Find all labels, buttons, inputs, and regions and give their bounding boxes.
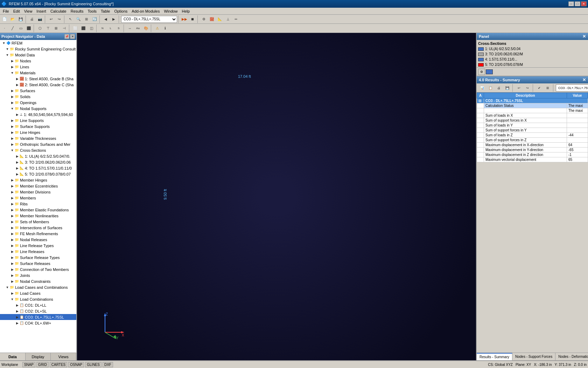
- expand-nodes[interactable]: ▶: [10, 59, 15, 63]
- menu-options[interactable]: Options: [112, 8, 130, 14]
- tree-item-cs3[interactable]: ▶📐3: TO 2/2/0.062/0.062/0.06: [0, 159, 76, 165]
- expand-mat2[interactable]: ▶: [15, 82, 20, 87]
- res-tab-deformations[interactable]: Nodes - Deformations: [555, 353, 588, 360]
- tree-item-mat1[interactable]: ▶🧱1: Steel A500, Grade B (Sha: [0, 76, 76, 82]
- expand-line-release-types[interactable]: ▶: [10, 243, 15, 248]
- res-tb-btn8[interactable]: ⊞: [544, 84, 552, 92]
- warning-btn[interactable]: ⚠: [153, 25, 161, 32]
- render-trans-btn[interactable]: ◫: [88, 25, 95, 32]
- expand-intersections[interactable]: ▶: [10, 225, 15, 230]
- results-combo[interactable]: CO3 - DL+.75LL+.75SL: [556, 84, 588, 91]
- render-solid-btn[interactable]: ⬛: [79, 25, 87, 32]
- cs-item-cs5[interactable]: 5: TO 2/2/0.078/0.078/M: [477, 62, 588, 67]
- expand-fe-mesh[interactable]: ▶: [10, 231, 15, 236]
- expand-load-cases[interactable]: ▶: [10, 291, 15, 296]
- expand-line-hinges[interactable]: ▶: [10, 130, 15, 135]
- menu-table[interactable]: Table: [99, 8, 112, 14]
- label-btn[interactable]: Aa: [134, 25, 142, 32]
- expand-co2[interactable]: ▶: [15, 309, 20, 314]
- expand-joints[interactable]: ▶: [10, 273, 15, 278]
- screenshot-btn[interactable]: 📷: [36, 15, 44, 23]
- expand-surface-supports[interactable]: ▶: [10, 124, 15, 129]
- tree-item-orthotropic[interactable]: ▶📁Orthotropic Surfaces and Mer: [0, 141, 76, 147]
- res-tb-btn7[interactable]: ✔: [536, 84, 543, 92]
- expand-member-eccentricities[interactable]: ▶: [10, 184, 15, 189]
- tree-item-sets-of-members[interactable]: ▶📁Sets of Members: [0, 219, 76, 225]
- tree-item-members[interactable]: ▶📁Members: [0, 195, 76, 201]
- show-nodes-btn[interactable]: N: [99, 25, 106, 32]
- combo-loadcase[interactable]: CO3 - DL+.75LL+.75SL: [121, 16, 177, 23]
- cs-settings-btn[interactable]: ⚙: [478, 69, 485, 75]
- cs-color-btn[interactable]: [486, 69, 493, 74]
- res-tab-support-forces[interactable]: Nodes - Support Forces: [512, 353, 555, 360]
- nav-tab-data[interactable]: Data: [0, 353, 26, 360]
- tree-item-surface-release-types[interactable]: ▶📁Surface Release Types: [0, 254, 76, 260]
- open-btn[interactable]: 📂: [9, 15, 16, 23]
- res-tb-btn4[interactable]: 💾: [503, 84, 511, 92]
- res-tb-btn3[interactable]: 🖨: [495, 84, 503, 92]
- tree-item-nodal-sup-1[interactable]: ▶⊥1: 48,50,540,564,579,594,60: [0, 111, 76, 117]
- tree-item-variable-thicknesses[interactable]: ▶📁Variable Thicknesses: [0, 135, 76, 141]
- tree-item-materials[interactable]: ▼📁Materials: [0, 70, 76, 76]
- expand-nodal-constraints[interactable]: ▶: [10, 279, 15, 284]
- show-surfaces-btn[interactable]: S: [115, 25, 122, 32]
- expand-member-divisions[interactable]: ▶: [10, 190, 15, 195]
- expand-co1[interactable]: ▶: [15, 303, 20, 308]
- tree-item-member-hinges[interactable]: ▶📁Member Hinges: [0, 177, 76, 183]
- tree-item-line-release-types[interactable]: ▶📁Line Release Types: [0, 243, 76, 248]
- expand-members[interactable]: ▶: [10, 196, 15, 200]
- new-btn[interactable]: 📄: [1, 15, 8, 23]
- res-tb-btn1[interactable]: 📊: [478, 84, 486, 92]
- status-dxf[interactable]: DXF: [103, 362, 113, 367]
- expand-rfem[interactable]: ▼: [1, 41, 6, 46]
- menu-help[interactable]: Help: [180, 8, 192, 14]
- tree-item-co2[interactable]: ▶📋CO2: DL+SL: [0, 308, 76, 314]
- tree-item-connection-two-members[interactable]: ▶📁Connection of Two Members: [0, 266, 76, 272]
- save-btn[interactable]: 💾: [17, 15, 24, 23]
- view-iso-btn[interactable]: ⬡: [36, 25, 44, 32]
- tree-item-mat2[interactable]: ▶🧱2: Steel A500, Grade C (Sha: [0, 82, 76, 88]
- zoom-in-btn[interactable]: 🔍: [75, 15, 82, 23]
- expand-cs5[interactable]: ▶: [15, 172, 20, 177]
- status-glines[interactable]: GLINES: [85, 362, 102, 367]
- tree-item-fe-mesh[interactable]: ▶📁FE Mesh Refinements: [0, 231, 76, 237]
- view-front-btn[interactable]: ⊞: [52, 25, 60, 32]
- res-tb-btn2[interactable]: 📋: [486, 84, 494, 92]
- tree-item-joints[interactable]: ▶📁Joints: [0, 272, 76, 278]
- expand-orthotropic[interactable]: ▶: [10, 142, 15, 147]
- tree-item-member-elastic[interactable]: ▶📁Member Elastic Foundations: [0, 207, 76, 213]
- tree-item-cs5[interactable]: ▶📐5: TO 2/2/0.078/0.078/0.07: [0, 171, 76, 177]
- menu-tools[interactable]: Tools: [85, 8, 99, 14]
- tree-item-cross-sections[interactable]: ▼📁Cross-Sections: [0, 147, 76, 153]
- dim-btn[interactable]: ↔: [126, 25, 134, 32]
- stop-btn[interactable]: ⏹: [189, 15, 196, 23]
- expand-mat1[interactable]: ▶: [15, 76, 20, 81]
- expand-co4[interactable]: ▶: [15, 321, 20, 326]
- menu-view[interactable]: View: [22, 8, 35, 14]
- expand-nodal-supports[interactable]: ▼: [10, 106, 15, 111]
- menu-results[interactable]: Results: [69, 8, 86, 14]
- tree-item-cs1[interactable]: ▶📐1: UL(A) 6/2.5/2.5/0.047/0.: [0, 153, 76, 159]
- 3d-viewport-canvas[interactable]: [77, 33, 476, 360]
- view-top-btn[interactable]: ⊤: [44, 25, 52, 32]
- expand-member-nonlinear[interactable]: ▶: [10, 213, 15, 218]
- select-btn[interactable]: ↖: [66, 15, 74, 23]
- menu-addons[interactable]: Add-on Modules: [130, 8, 162, 14]
- status-osnap[interactable]: OSNAP: [68, 362, 84, 367]
- menu-file[interactable]: File: [1, 8, 11, 14]
- expand-materials[interactable]: ▼: [10, 70, 15, 75]
- tree-item-model-data[interactable]: ▼📁Model Data: [0, 52, 76, 58]
- minimize-button[interactable]: ─: [568, 1, 574, 6]
- tree-item-nodal-releases[interactable]: ▶📁Nodal Releases: [0, 237, 76, 243]
- tree-item-load-cases[interactable]: ▶📁Load Cases: [0, 290, 76, 296]
- print-btn[interactable]: 🖨: [28, 15, 36, 23]
- res-tb-btn5[interactable]: ↩: [515, 84, 523, 92]
- expand-member-elastic[interactable]: ▶: [10, 207, 15, 212]
- expand-cross-sections[interactable]: ▼: [10, 148, 15, 153]
- cs-item-cs3[interactable]: 3: TO 2/2/0.062/0.062/M: [477, 52, 588, 57]
- redo-btn[interactable]: ↪: [55, 15, 63, 23]
- expand-variable-thicknesses[interactable]: ▶: [10, 136, 15, 141]
- tree-item-project[interactable]: ▼ 📁 Rocky Summit Engineering Consult: [0, 46, 76, 52]
- expand-co3[interactable]: ▶: [15, 315, 20, 320]
- view-side-btn[interactable]: ⊣: [60, 25, 68, 32]
